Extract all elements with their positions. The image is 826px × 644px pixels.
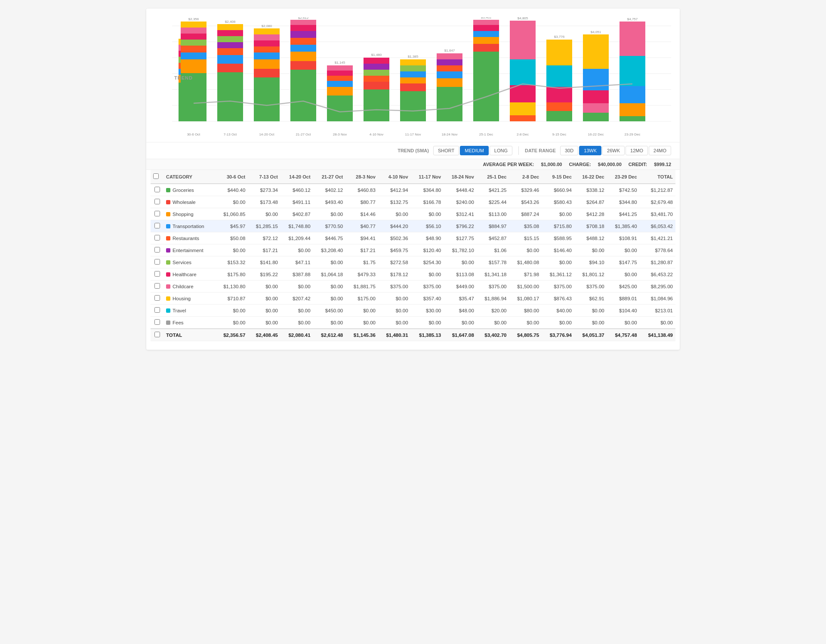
13wk-btn[interactable]: 13WK bbox=[579, 146, 601, 155]
table-row: Transportation$45.97$1,285.15$1,748.80$7… bbox=[151, 220, 675, 232]
col-16-22dec: 16-22 Dec bbox=[574, 170, 607, 184]
svg-rect-34 bbox=[254, 77, 280, 121]
svg-text:4-10 Nov: 4-10 Nov bbox=[370, 132, 383, 136]
avg-per-week-value: $1,000.00 bbox=[541, 162, 562, 167]
row-checkbox-travel[interactable] bbox=[154, 307, 160, 313]
row-checkbox-groceries[interactable] bbox=[154, 187, 160, 192]
svg-text:$1,145: $1,145 bbox=[335, 61, 345, 65]
svg-rect-66 bbox=[400, 91, 426, 121]
svg-rect-38 bbox=[254, 46, 280, 52]
svg-rect-78 bbox=[437, 53, 462, 59]
medium-btn[interactable]: MEDIUM bbox=[460, 146, 489, 155]
svg-rect-27 bbox=[217, 55, 243, 64]
col-9-15dec: 9-15 Dec bbox=[542, 170, 574, 184]
trend-label: TREND bbox=[174, 75, 193, 80]
svg-rect-46 bbox=[290, 45, 316, 52]
total-checkbox[interactable] bbox=[154, 332, 160, 337]
svg-rect-87 bbox=[510, 21, 536, 59]
svg-rect-107 bbox=[620, 86, 645, 103]
table-row: Entertainment$0.00$17.21$0.00$3,208.40$1… bbox=[151, 244, 675, 256]
row-checkbox-shopping[interactable] bbox=[154, 211, 160, 216]
svg-rect-59 bbox=[364, 89, 389, 121]
table-row: Travel$0.00$0.00$0.00$450.00$0.00$0.00$3… bbox=[151, 305, 675, 317]
table-row: Housing$710.87$0.00$207.42$0.00$175.00$0… bbox=[151, 293, 675, 305]
svg-text:9-15 Dec: 9-15 Dec bbox=[552, 132, 566, 136]
row-checkbox-services[interactable] bbox=[154, 259, 160, 265]
svg-rect-82 bbox=[473, 37, 499, 44]
col-4-10nov: 4-10 Nov bbox=[378, 170, 411, 184]
charge-value: $40,000.00 bbox=[598, 162, 622, 167]
credit-value: $999.12 bbox=[654, 162, 671, 167]
col-23-29dec: 23-29 Dec bbox=[607, 170, 640, 184]
svg-rect-43 bbox=[290, 70, 316, 121]
30d-btn[interactable]: 30D bbox=[560, 146, 578, 155]
svg-rect-73 bbox=[437, 87, 462, 121]
credit-label: CREDIT: bbox=[629, 162, 647, 167]
svg-rect-39 bbox=[254, 40, 280, 46]
svg-text:$2,080: $2,080 bbox=[262, 24, 272, 28]
svg-text:21-27 Oct: 21-27 Oct bbox=[296, 132, 311, 136]
svg-text:$4,051: $4,051 bbox=[591, 30, 601, 34]
table-wrap: CATEGORY 30-6 Oct 7-13 Oct 14-20 Oct 21-… bbox=[146, 170, 680, 350]
svg-rect-19 bbox=[181, 46, 206, 52]
main-container: TREND bbox=[146, 9, 680, 350]
svg-rect-21 bbox=[181, 34, 206, 40]
svg-text:$3,776: $3,776 bbox=[554, 35, 565, 39]
svg-rect-105 bbox=[620, 22, 645, 56]
svg-text:$2,408: $2,408 bbox=[225, 20, 236, 24]
svg-rect-61 bbox=[364, 76, 389, 82]
12mo-btn[interactable]: 12MO bbox=[626, 146, 648, 155]
24mo-btn[interactable]: 24MO bbox=[649, 146, 671, 155]
svg-rect-103 bbox=[583, 113, 609, 121]
svg-rect-81 bbox=[473, 44, 499, 52]
short-btn[interactable]: SHORT bbox=[433, 146, 459, 155]
stats-bar: AVERAGE PER WEEK: $1,000.00 CHARGE: $40,… bbox=[146, 159, 680, 170]
svg-text:30-6 Oct: 30-6 Oct bbox=[187, 132, 200, 136]
row-checkbox-wholesale[interactable] bbox=[154, 199, 160, 204]
col-25-1dec: 25-1 Dec bbox=[477, 170, 509, 184]
svg-rect-109 bbox=[620, 116, 645, 121]
svg-text:11-17 Nov: 11-17 Nov bbox=[405, 132, 421, 136]
svg-text:$1,385: $1,385 bbox=[408, 55, 419, 59]
svg-rect-56 bbox=[327, 71, 353, 76]
svg-text:$4,805: $4,805 bbox=[518, 17, 528, 20]
svg-text:28-3 Nov: 28-3 Nov bbox=[333, 132, 347, 136]
row-checkbox-healthcare[interactable] bbox=[154, 271, 160, 277]
col-18-24nov: 18-24 Nov bbox=[444, 170, 477, 184]
svg-rect-90 bbox=[510, 102, 536, 115]
charge-label: CHARGE: bbox=[569, 162, 591, 167]
svg-rect-36 bbox=[254, 59, 280, 69]
svg-rect-93 bbox=[546, 40, 572, 65]
svg-rect-106 bbox=[620, 56, 645, 86]
row-checkbox-childcare[interactable] bbox=[154, 283, 160, 289]
svg-rect-70 bbox=[400, 65, 426, 71]
svg-text:23-29 Dec: 23-29 Dec bbox=[625, 132, 641, 136]
row-checkbox-fees[interactable] bbox=[154, 319, 160, 325]
trend-sma-label: TREND (SMA) bbox=[398, 148, 429, 153]
svg-rect-74 bbox=[437, 78, 462, 87]
table-row: Shopping$1,060.85$0.00$402.87$0.00$14.46… bbox=[151, 208, 675, 220]
trend-btn-group: SHORT MEDIUM LONG bbox=[433, 146, 512, 155]
row-checkbox-restaurants[interactable] bbox=[154, 235, 160, 240]
row-checkbox-transportation[interactable] bbox=[154, 223, 160, 228]
svg-rect-22 bbox=[181, 28, 206, 34]
row-checkbox-housing[interactable] bbox=[154, 295, 160, 301]
long-btn[interactable]: LONG bbox=[490, 146, 512, 155]
svg-rect-97 bbox=[546, 111, 572, 121]
controls-bar: TREND (SMA) SHORT MEDIUM LONG DATE RANGE… bbox=[146, 142, 680, 159]
table-row: Fees$0.00$0.00$0.00$0.00$0.00$0.00$0.00$… bbox=[151, 317, 675, 329]
col-total: TOTAL bbox=[640, 170, 675, 184]
svg-rect-44 bbox=[290, 61, 316, 70]
chart-area: TREND bbox=[146, 9, 680, 142]
svg-rect-54 bbox=[327, 81, 353, 87]
col-2-8dec: 2-8 Dec bbox=[509, 170, 542, 184]
row-checkbox-entertainment[interactable] bbox=[154, 247, 160, 253]
svg-rect-28 bbox=[217, 48, 243, 55]
svg-rect-62 bbox=[364, 70, 389, 76]
svg-rect-63 bbox=[364, 64, 389, 70]
select-all-checkbox[interactable] bbox=[153, 173, 159, 179]
table-row: Restaurants$50.08$72.12$1,209.44$446.75$… bbox=[151, 232, 675, 244]
total-row: TOTAL$2,356.57$2,408.45$2,080.41$2,612.4… bbox=[151, 329, 675, 341]
svg-text:25-1 Dec: 25-1 Dec bbox=[479, 132, 493, 136]
26wk-btn[interactable]: 26WK bbox=[602, 146, 625, 155]
